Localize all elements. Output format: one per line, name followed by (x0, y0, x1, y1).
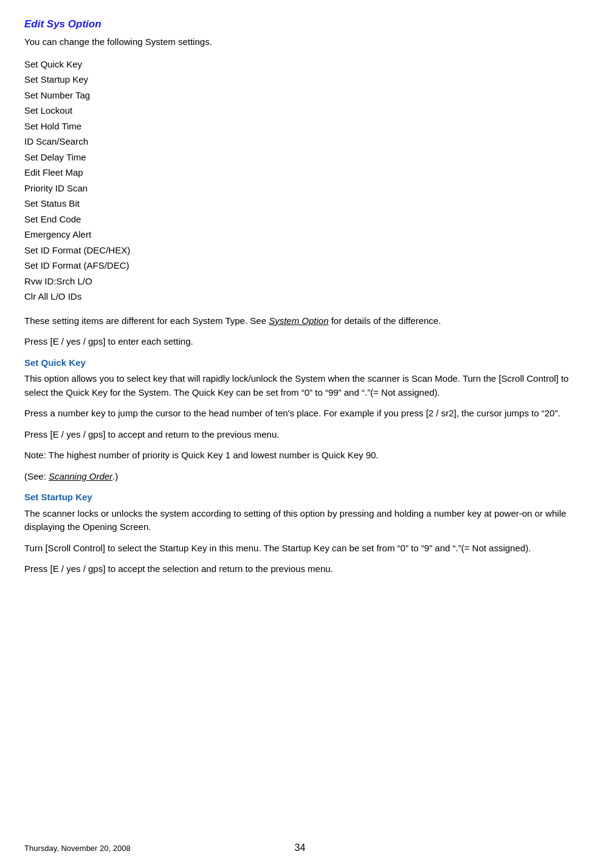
section-set-startup-key: Set Startup Key The scanner locks or unl… (24, 491, 576, 576)
menu-item-11: Set End Code (24, 212, 576, 227)
scanning-order-link[interactable]: Scanning Order (49, 471, 112, 481)
menu-item-6: ID Scan/Search (24, 134, 576, 150)
note-different-prefix: These setting items are different for ea… (24, 315, 269, 326)
footer: Thursday, November 20, 2008 34 (0, 842, 600, 853)
menu-item-5: Set Hold Time (24, 119, 576, 134)
menu-item-8: Edit Fleet Map (24, 165, 576, 181)
menu-item-2: Set Startup Key (24, 72, 576, 88)
intro-text: You can change the following System sett… (24, 35, 576, 49)
set-startup-key-para-1: The scanner locks or unlocks the system … (24, 507, 576, 534)
section-set-quick-key: Set Quick Key This option allows you to … (24, 356, 576, 484)
menu-item-12: Emergency Alert (24, 227, 576, 243)
menu-item-10: Set Status Bit (24, 196, 576, 212)
set-quick-key-heading: Set Quick Key (24, 356, 576, 370)
page-title: Edit Sys Option (24, 18, 576, 30)
menu-item-16: Clr All L/O IDs (24, 289, 576, 305)
set-quick-key-para-3: Press [E / yes / gps] to accept and retu… (24, 428, 576, 442)
set-quick-key-see: (See: Scanning Order.) (24, 470, 576, 484)
footer-page-number: 34 (208, 842, 391, 853)
note-different: These setting items are different for ea… (24, 314, 576, 328)
menu-item-14: Set ID Format (AFS/DEC) (24, 258, 576, 274)
menu-item-3: Set Number Tag (24, 88, 576, 103)
footer-date: Thursday, November 20, 2008 (24, 844, 208, 853)
system-option-link[interactable]: System Option (269, 315, 328, 326)
set-quick-key-note: Note: The highest number of priority is … (24, 449, 576, 463)
see-prefix: (See: (24, 471, 49, 481)
set-quick-key-para-2: Press a number key to jump the cursor to… (24, 407, 576, 421)
set-startup-key-heading: Set Startup Key (24, 491, 576, 505)
see-suffix: .) (112, 471, 118, 481)
menu-item-4: Set Lockout (24, 103, 576, 119)
menu-item-13: Set ID Format (DEC/HEX) (24, 243, 576, 258)
menu-item-1: Set Quick Key (24, 57, 576, 72)
set-startup-key-para-2: Turn [Scroll Control] to select the Star… (24, 542, 576, 556)
set-startup-key-para-3: Press [E / yes / gps] to accept the sele… (24, 562, 576, 576)
set-quick-key-para-1: This option allows you to select key tha… (24, 372, 576, 399)
menu-item-9: Priority ID Scan (24, 181, 576, 196)
press-enter-text: Press [E / yes / gps] to enter each sett… (24, 335, 576, 349)
menu-item-15: Rvw ID:Srch L/O (24, 274, 576, 289)
note-different-suffix: for details of the difference. (329, 315, 441, 326)
menu-item-7: Set Delay Time (24, 150, 576, 165)
menu-list: Set Quick Key Set Startup Key Set Number… (24, 57, 576, 305)
